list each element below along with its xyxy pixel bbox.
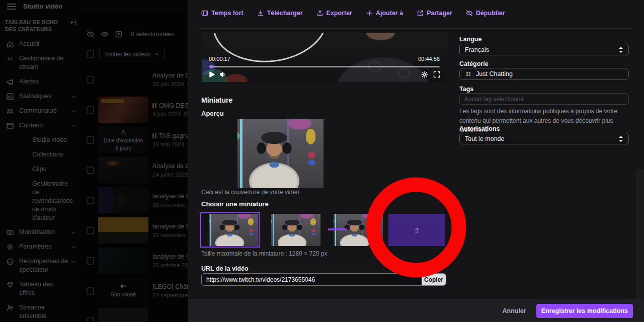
video-url-wrap: Copier — [201, 273, 446, 286]
thumbnail-option[interactable] — [264, 214, 320, 246]
dim-overlay — [0, 0, 188, 322]
permissions-value: Tout le monde — [465, 135, 618, 142]
save-changes-button[interactable]: Enregistrer les modifications — [536, 304, 633, 318]
twitch-video-producer-page: Studio vidéo TABLEAU DE BORD DES CRÉATEU… — [0, 0, 644, 322]
toolbar-button-telecharger[interactable]: Télécharger — [257, 10, 303, 17]
export-icon — [316, 10, 324, 17]
toolbar-button-temps-fort[interactable]: Temps fort — [201, 10, 244, 17]
video-url-label: URL de la vidéo — [201, 265, 249, 272]
language-select[interactable]: Français — [459, 44, 629, 55]
video-url-input[interactable] — [201, 273, 446, 286]
tags-label: Tags — [459, 86, 473, 93]
language-label: Langue — [459, 36, 481, 43]
cancel-button[interactable]: Annuler — [502, 307, 526, 314]
edit-video-modal: Temps fort Télécharger Exporter Ajouter … — [188, 0, 644, 322]
download-icon — [257, 10, 264, 17]
category-value: Just Chatting — [476, 70, 623, 77]
thumbnail-option[interactable] — [326, 214, 383, 246]
settings-gear-icon[interactable] — [421, 70, 429, 78]
apercu-heading: Aperçu — [201, 110, 224, 117]
plus-icon — [366, 10, 373, 17]
eye-off-icon — [466, 10, 473, 17]
upload-thumbnail-tile[interactable] — [388, 214, 445, 246]
select-arrows-icon — [618, 135, 623, 142]
toolbar-button-ajouter-a[interactable]: Ajouter à — [366, 10, 403, 17]
thumbnail-options — [201, 214, 445, 246]
highlight-icon — [201, 10, 208, 17]
choose-thumbnail-heading: Choisir une miniature — [201, 200, 269, 208]
toolbar-button-exporter[interactable]: Exporter — [316, 10, 352, 17]
toolbar-button-depublier[interactable]: Dépublier — [466, 10, 505, 17]
fullscreen-icon[interactable] — [433, 70, 441, 78]
miniature-heading: Miniature — [201, 96, 232, 104]
toolbar-button-partager[interactable]: Partager — [417, 10, 452, 17]
tags-input[interactable] — [459, 93, 629, 105]
language-value: Français — [465, 46, 618, 53]
category-clover-icon — [465, 70, 472, 77]
share-icon — [417, 10, 424, 17]
thumbnail-preview-image — [225, 119, 324, 188]
category-label: Catégorie — [459, 60, 489, 67]
upload-icon — [413, 226, 421, 234]
video-actions-toolbar: Temps fort Télécharger Exporter Ajouter … — [201, 10, 505, 17]
category-input[interactable]: Just Chatting — [459, 68, 629, 80]
thumbnail-option-selected[interactable] — [201, 214, 258, 246]
shirt-doodle — [398, 68, 410, 77]
play-icon[interactable] — [208, 70, 216, 78]
permissions-label: Autorisations — [459, 125, 500, 132]
video-player[interactable]: 00:00:17 00:44:56 — [202, 33, 447, 82]
toolbar-divider — [199, 28, 633, 29]
seek-handle[interactable] — [210, 65, 213, 68]
seek-bar[interactable] — [209, 66, 440, 67]
current-time: 00:00:17 — [209, 56, 230, 62]
duration: 00:44:56 — [418, 56, 440, 62]
volume-icon[interactable] — [219, 70, 227, 78]
modal-footer: Annuler Enregistrer les modifications — [188, 299, 644, 322]
select-arrows-icon — [618, 46, 623, 53]
preview-caption: Ceci est la couverture de votre vidéo — [201, 189, 299, 196]
copy-url-button[interactable]: Copier — [422, 274, 446, 285]
permissions-select[interactable]: Tout le monde — [459, 133, 629, 144]
thumbnail-size-note: Taille maximale de la miniature : 1280 ×… — [201, 250, 327, 257]
